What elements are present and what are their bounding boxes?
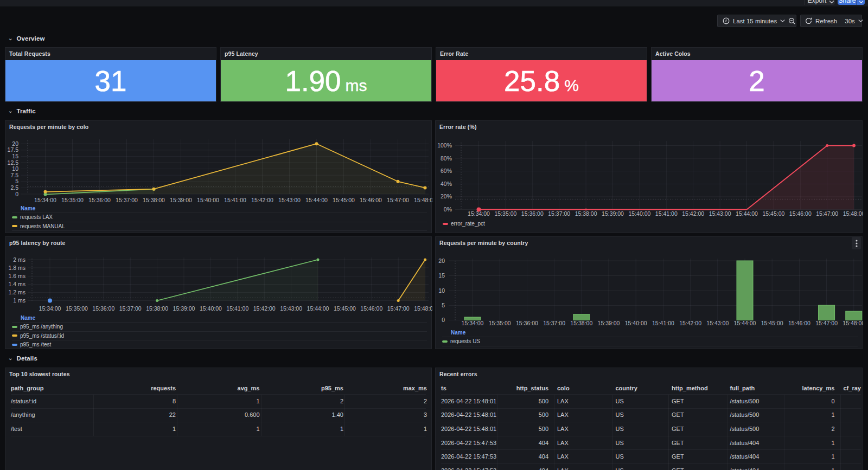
svg-text:15:42:00: 15:42:00 bbox=[679, 320, 701, 326]
svg-text:15:37:00: 15:37:00 bbox=[548, 210, 570, 217]
svg-text:2.5: 2.5 bbox=[10, 184, 18, 191]
svg-text:15:47:00: 15:47:00 bbox=[816, 210, 838, 217]
svg-text:15:46:00: 15:46:00 bbox=[789, 210, 812, 217]
svg-text:15: 15 bbox=[12, 153, 18, 159]
svg-text:15:39:00: 15:39:00 bbox=[173, 305, 195, 312]
svg-text:15:34:00: 15:34:00 bbox=[462, 320, 484, 326]
svg-text:0: 0 bbox=[15, 191, 18, 197]
svg-text:15:41:00: 15:41:00 bbox=[655, 210, 678, 217]
svg-text:20%: 20% bbox=[441, 193, 452, 199]
svg-text:12.5: 12.5 bbox=[8, 159, 19, 166]
svg-text:15:37:00: 15:37:00 bbox=[116, 197, 138, 203]
svg-text:1 ms: 1 ms bbox=[13, 297, 25, 304]
svg-text:0: 0 bbox=[442, 317, 445, 323]
svg-text:15:36:00: 15:36:00 bbox=[92, 305, 114, 312]
svg-text:15:48:00: 15:48:00 bbox=[414, 305, 432, 312]
svg-text:15:37:00: 15:37:00 bbox=[543, 320, 565, 326]
svg-text:15:40:00: 15:40:00 bbox=[200, 305, 222, 312]
svg-text:100%: 100% bbox=[437, 142, 452, 149]
svg-text:15:48:00: 15:48:00 bbox=[843, 210, 863, 217]
svg-text:80%: 80% bbox=[441, 155, 452, 162]
svg-text:15:47:00: 15:47:00 bbox=[387, 305, 410, 312]
svg-text:15:41:00: 15:41:00 bbox=[652, 320, 674, 326]
svg-text:15:37:00: 15:37:00 bbox=[119, 305, 142, 312]
svg-text:40%: 40% bbox=[441, 181, 452, 187]
svg-text:0%: 0% bbox=[444, 206, 452, 213]
svg-text:20: 20 bbox=[12, 140, 18, 147]
svg-text:60%: 60% bbox=[441, 168, 452, 174]
svg-text:5: 5 bbox=[15, 178, 18, 184]
svg-text:1.4 ms: 1.4 ms bbox=[8, 281, 25, 287]
svg-text:10: 10 bbox=[12, 165, 18, 172]
svg-text:15:38:00: 15:38:00 bbox=[575, 210, 597, 217]
svg-text:15:38:00: 15:38:00 bbox=[143, 197, 165, 203]
svg-text:1.2 ms: 1.2 ms bbox=[8, 289, 25, 295]
svg-text:15:44:00: 15:44:00 bbox=[734, 320, 756, 326]
svg-text:15:36:00: 15:36:00 bbox=[516, 320, 538, 326]
svg-text:15:46:00: 15:46:00 bbox=[360, 197, 382, 203]
svg-text:5: 5 bbox=[442, 302, 445, 308]
svg-text:15:36:00: 15:36:00 bbox=[88, 197, 111, 203]
svg-text:15:34:00: 15:34:00 bbox=[39, 305, 61, 312]
svg-text:15:35:00: 15:35:00 bbox=[489, 320, 511, 326]
svg-text:15:45:00: 15:45:00 bbox=[762, 210, 784, 217]
svg-text:15:40:00: 15:40:00 bbox=[197, 197, 219, 203]
svg-text:15:43:00: 15:43:00 bbox=[706, 320, 729, 326]
svg-text:10: 10 bbox=[438, 287, 445, 294]
svg-text:15:35:00: 15:35:00 bbox=[66, 305, 88, 312]
svg-text:15:48:00: 15:48:00 bbox=[414, 197, 432, 203]
svg-text:15:40:00: 15:40:00 bbox=[625, 320, 647, 326]
svg-text:15:45:00: 15:45:00 bbox=[761, 320, 783, 326]
svg-text:15:48:00: 15:48:00 bbox=[843, 320, 863, 326]
svg-text:15:43:00: 15:43:00 bbox=[280, 305, 302, 312]
svg-text:15:35:00: 15:35:00 bbox=[494, 210, 516, 217]
svg-text:20: 20 bbox=[438, 257, 445, 264]
svg-text:15:43:00: 15:43:00 bbox=[278, 197, 301, 203]
svg-text:15:39:00: 15:39:00 bbox=[602, 210, 624, 217]
svg-text:15:47:00: 15:47:00 bbox=[387, 197, 409, 203]
svg-text:15:46:00: 15:46:00 bbox=[360, 305, 382, 312]
svg-text:15:47:00: 15:47:00 bbox=[815, 320, 838, 326]
svg-text:15:39:00: 15:39:00 bbox=[170, 197, 192, 203]
svg-text:15:42:00: 15:42:00 bbox=[682, 210, 704, 217]
svg-text:15:39:00: 15:39:00 bbox=[598, 320, 620, 326]
svg-text:15:44:00: 15:44:00 bbox=[307, 305, 329, 312]
svg-text:15:44:00: 15:44:00 bbox=[736, 210, 758, 217]
svg-text:15: 15 bbox=[438, 272, 445, 279]
svg-text:15:44:00: 15:44:00 bbox=[305, 197, 328, 203]
svg-text:15:46:00: 15:46:00 bbox=[788, 320, 810, 326]
svg-text:15:43:00: 15:43:00 bbox=[709, 210, 731, 217]
svg-text:15:38:00: 15:38:00 bbox=[146, 305, 168, 312]
svg-text:15:38:00: 15:38:00 bbox=[570, 320, 592, 326]
svg-text:2 ms: 2 ms bbox=[13, 256, 25, 263]
svg-text:15:34:00: 15:34:00 bbox=[34, 197, 56, 203]
svg-text:15:35:00: 15:35:00 bbox=[61, 197, 84, 203]
svg-text:17.5: 17.5 bbox=[8, 146, 19, 153]
svg-text:1.8 ms: 1.8 ms bbox=[8, 265, 25, 271]
svg-text:15:41:00: 15:41:00 bbox=[226, 305, 248, 312]
svg-text:15:45:00: 15:45:00 bbox=[334, 305, 356, 312]
svg-text:15:42:00: 15:42:00 bbox=[253, 305, 276, 312]
svg-text:15:36:00: 15:36:00 bbox=[521, 210, 544, 217]
svg-text:15:40:00: 15:40:00 bbox=[628, 210, 650, 217]
svg-text:15:42:00: 15:42:00 bbox=[251, 197, 273, 203]
svg-text:15:41:00: 15:41:00 bbox=[224, 197, 246, 203]
svg-text:7.5: 7.5 bbox=[10, 172, 18, 178]
svg-text:15:45:00: 15:45:00 bbox=[333, 197, 355, 203]
svg-text:1.6 ms: 1.6 ms bbox=[8, 273, 25, 279]
